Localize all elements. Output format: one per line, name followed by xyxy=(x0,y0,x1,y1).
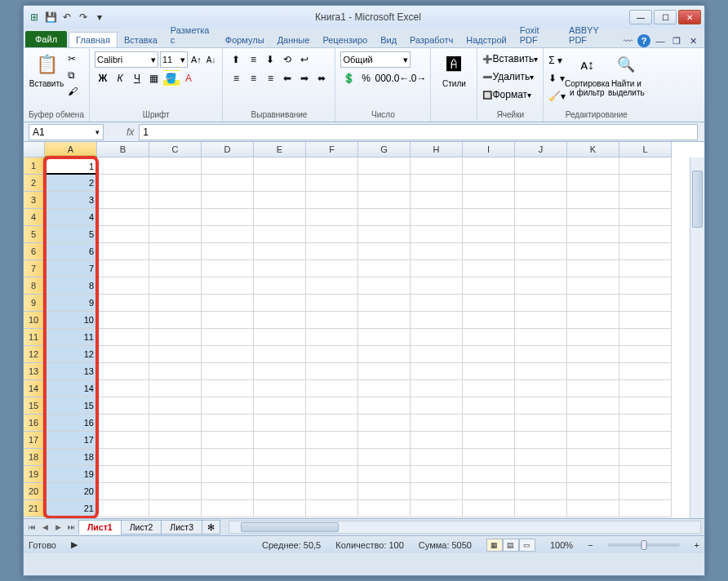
col-header-E[interactable]: E xyxy=(254,142,306,157)
cut-icon[interactable]: ✂ xyxy=(68,51,78,66)
indent-dec-icon[interactable]: ⬅ xyxy=(279,70,295,86)
clear-icon[interactable]: 🧹▾ xyxy=(548,89,566,104)
cell[interactable] xyxy=(411,175,463,192)
cell[interactable] xyxy=(149,329,202,346)
format-cells-button[interactable]: 🔲 Формат ▾ xyxy=(482,87,538,102)
cell[interactable] xyxy=(149,277,202,295)
undo-icon[interactable]: ↶ xyxy=(60,10,74,24)
cell[interactable]: 2 xyxy=(45,175,97,192)
cell[interactable] xyxy=(411,432,463,449)
cell[interactable] xyxy=(306,483,358,500)
col-header-C[interactable]: C xyxy=(149,142,202,157)
cell[interactable] xyxy=(515,295,567,312)
cell[interactable] xyxy=(254,312,306,329)
cell[interactable] xyxy=(97,483,149,500)
cell[interactable] xyxy=(463,363,515,380)
cell[interactable] xyxy=(97,295,149,312)
row-header[interactable]: 5 xyxy=(24,226,45,243)
copy-icon[interactable]: ⧉ xyxy=(68,68,78,82)
cell[interactable] xyxy=(202,260,254,277)
fill-color-button[interactable]: 🪣 xyxy=(163,70,180,86)
cell[interactable]: 17 xyxy=(45,432,97,449)
cell[interactable] xyxy=(515,175,567,192)
cell[interactable] xyxy=(567,500,619,517)
col-header-D[interactable]: D xyxy=(202,142,254,157)
cell[interactable] xyxy=(254,277,306,295)
cell[interactable] xyxy=(515,466,567,483)
cell[interactable] xyxy=(567,363,619,380)
col-header-I[interactable]: I xyxy=(463,142,515,157)
cell[interactable]: 8 xyxy=(45,277,97,295)
row-header[interactable]: 17 xyxy=(24,432,45,449)
view-layout-icon[interactable]: ▤ xyxy=(503,539,519,552)
cell[interactable] xyxy=(306,312,358,329)
minimize-ribbon-icon[interactable]: 〰 xyxy=(621,34,634,47)
cell[interactable] xyxy=(515,329,567,346)
cell[interactable] xyxy=(254,483,306,500)
tab-insert[interactable]: Вставка xyxy=(118,33,164,47)
cell[interactable] xyxy=(463,243,515,260)
row-header[interactable]: 16 xyxy=(24,415,45,432)
cell[interactable] xyxy=(619,483,672,500)
close-button[interactable]: ✕ xyxy=(678,10,701,24)
cell[interactable] xyxy=(97,175,149,192)
cell[interactable] xyxy=(202,175,254,192)
styles-button[interactable]: 🅰 Стили xyxy=(436,51,472,88)
cell[interactable] xyxy=(619,500,672,517)
sheet-nav-next-icon[interactable]: ▶ xyxy=(51,521,64,534)
tab-review[interactable]: Рецензиро xyxy=(316,33,374,47)
cell[interactable] xyxy=(567,483,619,500)
cell[interactable] xyxy=(619,192,672,209)
cell[interactable] xyxy=(358,312,411,329)
cell[interactable] xyxy=(358,397,411,415)
cell[interactable] xyxy=(202,380,254,397)
cell[interactable] xyxy=(411,397,463,415)
row-header[interactable]: 15 xyxy=(24,397,45,415)
cell[interactable] xyxy=(306,466,358,483)
cell[interactable] xyxy=(202,449,254,466)
vertical-scrollbar[interactable] xyxy=(690,157,704,518)
cell[interactable] xyxy=(254,397,306,415)
cell[interactable] xyxy=(411,295,463,312)
cell[interactable]: 15 xyxy=(45,397,97,415)
cell[interactable] xyxy=(619,380,672,397)
cell[interactable] xyxy=(515,243,567,260)
cell[interactable] xyxy=(567,277,619,295)
cell[interactable] xyxy=(619,346,672,363)
cell[interactable] xyxy=(463,226,515,243)
cell[interactable] xyxy=(358,295,411,312)
row-header[interactable]: 3 xyxy=(24,192,45,209)
cell[interactable] xyxy=(202,192,254,209)
cell[interactable]: 1 xyxy=(45,157,97,175)
sheet-tab-3[interactable]: Лист3 xyxy=(161,520,202,534)
cell[interactable] xyxy=(515,449,567,466)
col-header-G[interactable]: G xyxy=(358,142,411,157)
horizontal-scrollbar[interactable] xyxy=(229,521,701,534)
find-select-button[interactable]: 🔍 Найти и выделить xyxy=(608,51,644,97)
sheet-tab-1[interactable]: Лист1 xyxy=(78,520,122,534)
cell[interactable] xyxy=(567,295,619,312)
maximize-button[interactable]: ☐ xyxy=(654,10,677,24)
cell[interactable] xyxy=(202,312,254,329)
tab-home[interactable]: Главная xyxy=(69,32,118,47)
col-header-J[interactable]: J xyxy=(515,142,567,157)
col-header-B[interactable]: B xyxy=(97,142,149,157)
cell[interactable] xyxy=(202,329,254,346)
tab-formulas[interactable]: Формулы xyxy=(219,33,271,47)
cell[interactable]: 3 xyxy=(45,192,97,209)
cell[interactable] xyxy=(306,209,358,226)
row-header[interactable]: 20 xyxy=(24,483,45,500)
row-header[interactable]: 8 xyxy=(24,277,45,295)
row-header[interactable]: 6 xyxy=(24,243,45,260)
cell[interactable] xyxy=(619,209,672,226)
cell[interactable] xyxy=(149,432,202,449)
cell[interactable] xyxy=(358,192,411,209)
cell[interactable] xyxy=(619,312,672,329)
cell[interactable] xyxy=(567,449,619,466)
cell[interactable] xyxy=(411,363,463,380)
row-header[interactable]: 19 xyxy=(24,466,45,483)
cell[interactable] xyxy=(358,363,411,380)
cell[interactable] xyxy=(254,157,306,175)
help-icon[interactable]: ? xyxy=(637,34,650,47)
cell[interactable] xyxy=(202,500,254,517)
